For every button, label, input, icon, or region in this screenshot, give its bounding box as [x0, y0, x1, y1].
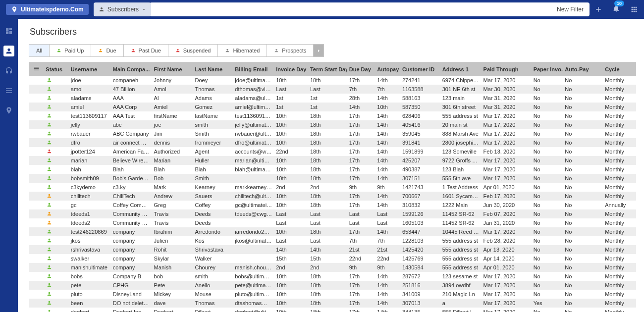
col-address-[interactable]: Address 1	[440, 62, 482, 76]
menu-icon	[33, 65, 40, 72]
table-row[interactable]: amielAAA CorpAmielGomezamiel@ultimateis.…	[29, 103, 636, 111]
table-row[interactable]: marianBelieve WirelessMarianHullermarian…	[29, 156, 636, 165]
table-row[interactable]: tdeeds2Community Wirel...TravisDeedsLast…	[29, 218, 636, 227]
search-input[interactable]: New Filter	[150, 2, 590, 16]
col-cycle[interactable]: Cycle	[603, 62, 636, 76]
col-paid-through[interactable]: Paid Through	[482, 62, 532, 76]
cell-cycle: Monthly	[603, 245, 636, 254]
cell-email: tdeeds@cwgo.net	[233, 209, 274, 218]
cell-paid-through: Apr 01, 2020	[482, 183, 532, 192]
brand-badge[interactable]: Ultimateispdemo.Com	[6, 4, 89, 15]
cell-term-start: 18th	[308, 174, 347, 183]
add-icon[interactable]	[594, 5, 602, 13]
col-customer-id[interactable]: Customer ID	[400, 62, 440, 76]
col-first-name[interactable]: First Name	[152, 62, 193, 76]
table-row[interactable]: test246220869companyIbrahimArredondoiarr…	[29, 227, 636, 236]
cell-username: amol	[69, 85, 111, 94]
col-auto-pay[interactable]: Auto-Pay	[563, 62, 603, 76]
cell-due-day: 17th	[347, 281, 376, 290]
cell-username: c3kydemo	[69, 183, 111, 192]
table-row[interactable]: test113609117AAA TestfirstNamelastNamete…	[29, 111, 636, 120]
sidebar-location[interactable]	[3, 105, 14, 116]
table-row[interactable]: peteCPHGPeteAnellopete@ultimateis...10th…	[29, 281, 636, 290]
cell-username: gc	[69, 201, 111, 209]
table-row[interactable]: aladamsAAAAlAdamsaladams@ultima...1st1st…	[29, 94, 636, 103]
cell-autopay: No	[563, 76, 603, 85]
apps-icon[interactable]	[630, 5, 638, 13]
cell-autopay-day: 7th	[375, 236, 400, 245]
tab-all[interactable]: All	[29, 44, 49, 57]
col-status[interactable]: Status	[44, 62, 69, 76]
cell-autopay-day: 14th	[375, 120, 400, 129]
cell-address: 10445 Reed Street	[440, 227, 482, 236]
tab-prospects[interactable]: Prospects	[267, 44, 313, 57]
table-row[interactable]: dfroair connect wirel...dennisfrommeyerd…	[29, 138, 636, 147]
tab-past-due[interactable]: Past Due	[123, 44, 168, 57]
table-row[interactable]: c3kydemoc3.kyMarkKearneymarkkearney@c3..…	[29, 183, 636, 192]
cell-cid: 344135	[400, 308, 440, 312]
table-row[interactable]: jpotter124American Family ...AuthorizedA…	[29, 147, 636, 156]
col-username[interactable]: Username	[69, 62, 111, 76]
table-row[interactable]: tdeeds1Community Wirel...TravisDeedstdee…	[29, 209, 636, 218]
table-row[interactable]: plutoDisneyLandMickeyMousepluto@ultimate…	[29, 290, 636, 299]
tab-suspended[interactable]: Suspended	[168, 44, 218, 57]
col-billing-email[interactable]: Billing Email	[233, 62, 274, 76]
sidebar-support[interactable]	[3, 65, 14, 76]
person-icon	[131, 48, 136, 53]
tab-hibernated[interactable]: Hibernated	[217, 44, 267, 57]
table-row[interactable]: manishultimatecompanyManishChoureymanish…	[29, 263, 636, 272]
cell-term-start: 18th	[308, 227, 347, 236]
cell-email: jkos@ultimateisp...	[233, 236, 274, 245]
new-filter-label[interactable]: New Filter	[557, 6, 584, 13]
table-row[interactable]: dogbertDogbert Inc.DogbertDilbertdogbert…	[29, 308, 636, 312]
cell-invoice-day: Last	[274, 218, 308, 227]
cell-address: 888 Marsh Ave	[440, 129, 482, 138]
table-row[interactable]: bobsmith09Bob's GardeningBobSmith10th18t…	[29, 174, 636, 183]
table-row[interactable]: jdoecompanehJohnnyDoeyjdoe@ultimateis...…	[29, 76, 636, 85]
col-last-name[interactable]: Last Name	[193, 62, 233, 76]
sidebar-list[interactable]	[3, 85, 14, 96]
col-main-compa-[interactable]: Main Compa...↑	[111, 62, 152, 76]
table-row[interactable]: jellyabcjoesmithjelly@ultimateisp...10th…	[29, 120, 636, 129]
table-row[interactable]: jkoscompanyJulienKosjkos@ultimateisp...L…	[29, 236, 636, 245]
cell-username: jkos	[69, 236, 111, 245]
cell-paid-through: Mar 17, 2020	[482, 227, 532, 236]
table-row[interactable]: gcCoffey ComputerGregCoffeygc@ultimateis…	[29, 201, 636, 209]
cell-invoice-day: 10th	[274, 192, 308, 201]
cell-address: 301 6th street	[440, 103, 482, 111]
cell-paper-invoice: No	[532, 263, 563, 272]
cell-cid: 251816	[400, 281, 440, 290]
table-row[interactable]: chilitechChiliTechAndrewSauerschilitech@…	[29, 192, 636, 201]
col-autopay-[interactable]: Autopay ...	[375, 62, 400, 76]
cell-first: Travis	[152, 218, 193, 227]
search-scope-pill[interactable]: Subscribers	[94, 2, 151, 16]
cell-cid: 405416	[400, 120, 440, 129]
col-menu[interactable]	[29, 62, 44, 76]
table-row[interactable]: swalkercompanySkylarWalker15th15th22nd22…	[29, 254, 636, 263]
table-row[interactable]: bobsCompany Bbobsmithbobs@ultimateis...1…	[29, 272, 636, 281]
sidebar-dashboard[interactable]	[3, 26, 14, 37]
table-row[interactable]: rshrivastavacompanyRohitShrivastava14th1…	[29, 245, 636, 254]
notifications-button[interactable]: 10	[612, 4, 620, 14]
tab-paid-up[interactable]: Paid Up	[49, 44, 91, 57]
sidebar-subscribers[interactable]	[3, 46, 14, 56]
col-due-day[interactable]: Due Day	[347, 62, 376, 76]
table-row[interactable]: blahBlahBlahBlahblah@ultimateis...10th18…	[29, 165, 636, 174]
cell-autopay-day: 14th	[375, 147, 400, 156]
table-row[interactable]: beenDO not delete thi...daveThomasdtasho…	[29, 299, 636, 308]
cell-autopay-day: 14th	[375, 156, 400, 165]
table-row[interactable]: rwbauerABC CompanyJimSmithrwbauer@ultima…	[29, 129, 636, 138]
cell-autopay: No	[563, 129, 603, 138]
cell-first: Marian	[152, 156, 193, 165]
table-row[interactable]: amol47 BillionAmolThomasdthomas@visp.net…	[29, 85, 636, 94]
cell-autopay-day: 22nd	[375, 254, 400, 263]
tab-scroll-right[interactable]	[313, 44, 324, 57]
status-icon	[47, 95, 52, 101]
tab-due[interactable]: Due	[91, 44, 123, 57]
cell-autopay: No	[563, 299, 603, 308]
cell-due-day: 17th	[347, 308, 376, 312]
col-paper-invo-[interactable]: Paper Invo...	[532, 62, 563, 76]
col-invoice-day[interactable]: Invoice Day	[274, 62, 308, 76]
cell-company: Dogbert Inc.	[111, 308, 152, 312]
col-term-start-day[interactable]: Term Start Day	[308, 62, 347, 76]
